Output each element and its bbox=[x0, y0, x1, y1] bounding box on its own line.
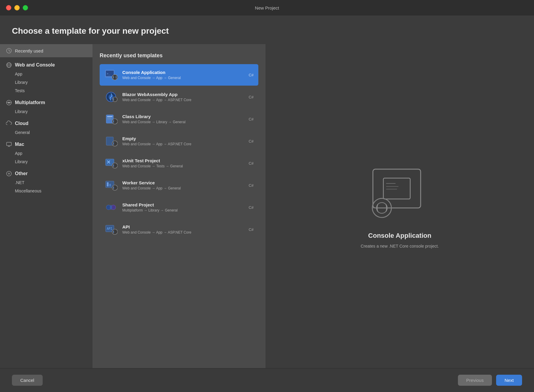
template-name-class-library: Class Library bbox=[122, 114, 244, 119]
template-name-console-app: Console Application bbox=[122, 70, 244, 75]
svg-point-22 bbox=[112, 97, 117, 102]
navigation-buttons: Previous Next bbox=[458, 375, 522, 386]
svg-rect-10 bbox=[7, 142, 11, 146]
template-lang-blazor: C# bbox=[249, 95, 254, 99]
template-info-console-app: Console Application Web and Console → Ap… bbox=[122, 70, 244, 80]
sidebar-child-other-misc[interactable]: Miscellaneous bbox=[0, 187, 92, 195]
preview-title: Console Application bbox=[368, 232, 431, 240]
page-title: Choose a template for your new project bbox=[0, 16, 534, 44]
sidebar-label-multiplatform: Multiplatform bbox=[15, 100, 45, 105]
svg-rect-33 bbox=[107, 182, 109, 186]
template-lang-worker: C# bbox=[249, 183, 254, 188]
template-name-xunit: xUnit Test Project bbox=[122, 158, 244, 163]
template-path-api: Web and Console → App → ASP.NET Core bbox=[122, 230, 244, 234]
template-info-shared: Shared Project Multiplatform → Library →… bbox=[122, 202, 244, 212]
template-name-api: API bbox=[122, 224, 244, 229]
blazor-icon bbox=[104, 90, 118, 104]
api-icon: API bbox=[104, 223, 118, 236]
svg-line-2 bbox=[9, 51, 10, 51]
svg-rect-24 bbox=[107, 116, 112, 117]
sidebar-category-other[interactable]: Other bbox=[0, 166, 92, 178]
minimize-button[interactable] bbox=[14, 5, 20, 10]
worker-icon bbox=[104, 179, 118, 192]
template-item-class-library[interactable]: Class Library Web and Console → Library … bbox=[100, 108, 258, 130]
sidebar-category-mac[interactable]: Mac bbox=[0, 137, 92, 149]
sidebar-label-other: Other bbox=[15, 171, 28, 176]
sidebar-child-web-library[interactable]: Library bbox=[0, 78, 92, 87]
cloud-icon bbox=[6, 121, 12, 126]
other-icon bbox=[6, 171, 12, 177]
console-app-icon: >_ bbox=[104, 68, 118, 81]
sidebar-label-web-console: Web and Console bbox=[15, 62, 55, 68]
svg-point-27 bbox=[112, 119, 118, 124]
template-lang-api: C# bbox=[249, 227, 254, 232]
sidebar-label-recently-used: Recently used bbox=[15, 48, 43, 53]
sidebar-child-multi-library[interactable]: Library bbox=[0, 107, 92, 116]
sidebar-child-mac-app[interactable]: App bbox=[0, 149, 92, 158]
template-name-blazor: Blazor WebAssembly App bbox=[122, 92, 244, 97]
sidebar-label-mac: Mac bbox=[15, 142, 24, 147]
template-info-empty: Empty Web and Console → App → ASP.NET Co… bbox=[122, 136, 244, 146]
sidebar-item-recently-used[interactable]: Recently used bbox=[0, 44, 92, 57]
svg-rect-34 bbox=[109, 184, 111, 186]
empty-icon bbox=[104, 135, 118, 148]
multiplatform-icon bbox=[6, 100, 12, 106]
template-item-xunit[interactable]: xUnit Test Project Web and Console → Tes… bbox=[100, 152, 258, 174]
template-info-worker: Worker Service Web and Console → App → G… bbox=[122, 180, 244, 190]
sidebar-child-web-tests[interactable]: Tests bbox=[0, 87, 92, 95]
template-item-blazor[interactable]: Blazor WebAssembly App Web and Console →… bbox=[100, 86, 258, 108]
svg-rect-43 bbox=[383, 178, 410, 199]
preview-description: Creates a new .NET Core console project. bbox=[361, 243, 439, 249]
close-button[interactable] bbox=[6, 5, 11, 10]
template-lang-class-library: C# bbox=[249, 117, 254, 121]
svg-point-41 bbox=[112, 229, 118, 234]
template-name-worker: Worker Service bbox=[122, 180, 244, 185]
template-name-shared: Shared Project bbox=[122, 202, 244, 207]
template-path-worker: Web and Console → App → General bbox=[122, 186, 244, 190]
sidebar-category-multiplatform[interactable]: Multiplatform bbox=[0, 95, 92, 107]
svg-rect-26 bbox=[107, 119, 112, 119]
shared-icon bbox=[104, 201, 118, 214]
template-path-class-library: Web and Console → Library → General bbox=[122, 120, 244, 124]
template-panel-title: Recently used templates bbox=[100, 53, 258, 59]
sidebar-label-cloud: Cloud bbox=[15, 121, 28, 126]
svg-point-7 bbox=[8, 102, 10, 104]
content-area: Recently used Web and Console App Librar… bbox=[0, 44, 534, 368]
previous-button[interactable]: Previous bbox=[458, 375, 492, 386]
sidebar-child-web-app[interactable]: App bbox=[0, 70, 92, 78]
bottom-bar: Cancel Previous Next bbox=[0, 368, 534, 392]
svg-point-29 bbox=[112, 141, 118, 146]
template-item-api[interactable]: API API Web and Console → App → ASP.NET … bbox=[100, 219, 258, 240]
template-info-blazor: Blazor WebAssembly App Web and Console →… bbox=[122, 92, 244, 102]
template-item-console-app[interactable]: >_ Console Application Web and Console →… bbox=[100, 64, 258, 86]
sidebar-child-mac-library[interactable]: Library bbox=[0, 158, 92, 166]
xunit-icon bbox=[104, 157, 118, 170]
next-button[interactable]: Next bbox=[496, 375, 522, 386]
template-item-shared[interactable]: Shared Project Multiplatform → Library →… bbox=[100, 197, 258, 218]
template-path-empty: Web and Console → App → ASP.NET Core bbox=[122, 142, 244, 146]
svg-point-31 bbox=[112, 163, 118, 168]
sidebar-category-cloud[interactable]: Cloud bbox=[0, 116, 92, 128]
preview-illustration bbox=[367, 163, 433, 223]
template-info-xunit: xUnit Test Project Web and Console → Tes… bbox=[122, 158, 244, 168]
template-item-empty[interactable]: Empty Web and Console → App → ASP.NET Co… bbox=[100, 130, 258, 152]
svg-text:>_: >_ bbox=[107, 72, 110, 75]
template-item-worker[interactable]: Worker Service Web and Console → App → G… bbox=[100, 175, 258, 196]
sidebar-category-web-console[interactable]: Web and Console bbox=[0, 57, 92, 70]
template-path-console-app: Web and Console → App → General bbox=[122, 76, 244, 80]
preview-panel: Console Application Creates a new .NET C… bbox=[266, 44, 534, 368]
cancel-button[interactable]: Cancel bbox=[12, 375, 43, 386]
clock-icon bbox=[6, 48, 12, 54]
svg-point-35 bbox=[112, 185, 118, 190]
template-lang-xunit: C# bbox=[249, 161, 254, 166]
svg-rect-25 bbox=[107, 118, 111, 118]
class-library-icon bbox=[104, 112, 118, 126]
maximize-button[interactable] bbox=[23, 5, 28, 10]
monitor-icon bbox=[6, 141, 12, 147]
svg-text:API: API bbox=[107, 227, 112, 230]
sidebar-child-other-net[interactable]: .NET bbox=[0, 178, 92, 187]
template-lang-empty: C# bbox=[249, 139, 254, 143]
sidebar-child-cloud-general[interactable]: General bbox=[0, 128, 92, 137]
template-path-shared: Multiplatform → Library → General bbox=[122, 208, 244, 212]
svg-point-13 bbox=[7, 171, 11, 176]
